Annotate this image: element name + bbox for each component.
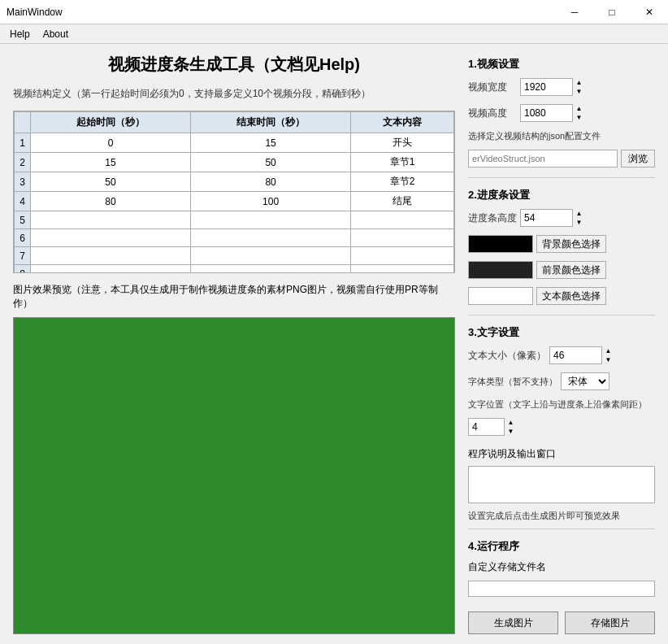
fg-color-button[interactable]: 前景颜色选择 bbox=[536, 261, 606, 279]
video-width-label: 视频宽度 bbox=[468, 80, 517, 94]
video-width-down[interactable]: ▼ bbox=[573, 87, 585, 96]
cell-text[interactable]: 章节2 bbox=[351, 172, 454, 192]
title-bar-controls: ─ □ ✕ bbox=[556, 0, 668, 24]
cell-start[interactable] bbox=[31, 247, 191, 265]
video-height-down[interactable]: ▼ bbox=[573, 113, 585, 122]
text-position-label: 文字位置（文字上沿与进度条上沿像素间距） bbox=[468, 398, 655, 411]
preview-label: 图片效果预览（注意，本工具仅生成用于制作视频进度条的素材PNG图片，视频需自行使… bbox=[13, 283, 455, 311]
fg-color-row: 前景颜色选择 bbox=[468, 261, 655, 279]
menu-bar: Help About bbox=[0, 24, 668, 44]
cell-text[interactable]: 开头 bbox=[351, 133, 454, 153]
row-num: 2 bbox=[15, 153, 31, 172]
font-type-select[interactable]: 宋体 bbox=[561, 372, 609, 390]
video-height-spinner: ▲ ▼ bbox=[520, 104, 585, 122]
cell-text[interactable] bbox=[351, 229, 454, 247]
json-label: 选择定义视频结构的json配置文件 bbox=[468, 130, 655, 142]
filename-label: 自定义存储文件名 bbox=[468, 560, 655, 574]
cell-text[interactable]: 结尾 bbox=[351, 192, 454, 211]
text-size-down[interactable]: ▼ bbox=[602, 355, 614, 364]
cell-start[interactable] bbox=[31, 229, 191, 247]
row-num: 4 bbox=[15, 192, 31, 211]
save-button[interactable]: 存储图片 bbox=[565, 611, 655, 634]
cell-text[interactable] bbox=[351, 247, 454, 265]
cell-end[interactable]: 80 bbox=[191, 172, 351, 192]
output-area bbox=[468, 466, 655, 503]
cell-text[interactable] bbox=[351, 265, 454, 274]
row-num: 6 bbox=[15, 229, 31, 247]
menu-about[interactable]: About bbox=[37, 27, 75, 41]
text-size-up[interactable]: ▲ bbox=[602, 346, 614, 355]
text-position-up[interactable]: ▲ bbox=[505, 418, 517, 427]
left-panel: 视频进度条生成工具（文档见Help) 视频结构定义（第一行起始时间必须为0，支持… bbox=[13, 54, 455, 634]
progress-section-title: 2.进度条设置 bbox=[468, 188, 655, 202]
progress-height-up[interactable]: ▲ bbox=[573, 209, 585, 218]
progress-height-spinner: ▲ ▼ bbox=[520, 209, 585, 227]
cell-end[interactable]: 15 bbox=[191, 133, 351, 153]
font-type-label: 字体类型（暂不支持） bbox=[468, 376, 557, 388]
text-color-button[interactable]: 文本颜色选择 bbox=[536, 287, 606, 305]
title-bar: MainWindow ─ □ ✕ bbox=[0, 0, 668, 24]
text-section-title: 3.文字设置 bbox=[468, 325, 655, 340]
cell-end[interactable] bbox=[191, 265, 351, 274]
json-file-input[interactable] bbox=[468, 150, 618, 168]
cell-text[interactable] bbox=[351, 211, 454, 229]
font-type-row: 字体类型（暂不支持） 宋体 bbox=[468, 372, 655, 390]
progress-height-down[interactable]: ▼ bbox=[573, 218, 585, 227]
video-height-row: 视频高度 ▲ ▼ bbox=[468, 104, 655, 122]
video-width-row: 视频宽度 ▲ ▼ bbox=[468, 78, 655, 96]
fg-color-box bbox=[468, 261, 533, 279]
table-row: 7 bbox=[15, 247, 454, 265]
cell-text[interactable]: 章节1 bbox=[351, 153, 454, 172]
row-num: 5 bbox=[15, 211, 31, 229]
minimize-button[interactable]: ─ bbox=[556, 0, 593, 24]
table-desc: 视频结构定义（第一行起始时间必须为0，支持最多定义10个视频分段，精确到秒） bbox=[13, 87, 455, 101]
json-file-row: 浏览 bbox=[468, 150, 655, 168]
cell-start[interactable]: 0 bbox=[31, 133, 191, 153]
data-table: 起始时间（秒） 结束时间（秒） 文本内容 1015开头21550章节135080… bbox=[14, 111, 454, 273]
text-position-spinner: ▲ ▼ bbox=[468, 418, 517, 436]
cell-end[interactable]: 100 bbox=[191, 192, 351, 211]
text-position-down[interactable]: ▼ bbox=[505, 427, 517, 436]
text-color-row: 文本颜色选择 bbox=[468, 287, 655, 305]
bg-color-row: 背景颜色选择 bbox=[468, 235, 655, 253]
col-start: 起始时间（秒） bbox=[31, 112, 191, 133]
cell-end[interactable] bbox=[191, 247, 351, 265]
menu-help[interactable]: Help bbox=[3, 27, 37, 41]
cell-start[interactable]: 80 bbox=[31, 192, 191, 211]
data-table-wrapper[interactable]: 起始时间（秒） 结束时间（秒） 文本内容 1015开头21550章节135080… bbox=[13, 111, 455, 273]
close-button[interactable]: ✕ bbox=[631, 0, 668, 24]
cell-end[interactable]: 50 bbox=[191, 153, 351, 172]
video-width-spinner: ▲ ▼ bbox=[520, 78, 585, 96]
title-bar-text: MainWindow bbox=[7, 7, 63, 18]
table-row: 35080章节2 bbox=[15, 172, 454, 192]
video-width-up[interactable]: ▲ bbox=[573, 78, 585, 87]
row-num: 8 bbox=[15, 265, 31, 274]
run-section-title: 4.运行程序 bbox=[468, 539, 655, 554]
bg-color-box bbox=[468, 235, 533, 253]
main-content: 视频进度条生成工具（文档见Help) 视频结构定义（第一行起始时间必须为0，支持… bbox=[0, 44, 668, 644]
output-label: 程序说明及输出窗口 bbox=[468, 447, 655, 461]
col-end: 结束时间（秒） bbox=[191, 112, 351, 133]
cell-end[interactable] bbox=[191, 229, 351, 247]
browse-button[interactable]: 浏览 bbox=[621, 150, 655, 168]
progress-height-label: 进度条高度 bbox=[468, 211, 517, 225]
maximize-button[interactable]: □ bbox=[593, 0, 631, 24]
row-num: 7 bbox=[15, 247, 31, 265]
table-row: 480100结尾 bbox=[15, 192, 454, 211]
generate-button[interactable]: 生成图片 bbox=[468, 611, 558, 634]
filename-input[interactable] bbox=[468, 581, 655, 597]
table-row: 5 bbox=[15, 211, 454, 229]
cell-end[interactable] bbox=[191, 211, 351, 229]
video-section-title: 1.视频设置 bbox=[468, 57, 655, 72]
video-height-up[interactable]: ▲ bbox=[573, 104, 585, 113]
col-num bbox=[15, 112, 31, 133]
cell-start[interactable] bbox=[31, 211, 191, 229]
text-position-row: ▲ ▼ bbox=[468, 418, 655, 436]
cell-start[interactable]: 15 bbox=[31, 153, 191, 172]
progress-height-row: 进度条高度 ▲ ▼ bbox=[468, 209, 655, 227]
text-size-spinner: ▲ ▼ bbox=[549, 346, 614, 364]
bg-color-button[interactable]: 背景颜色选择 bbox=[536, 235, 606, 253]
table-row: 21550章节1 bbox=[15, 153, 454, 172]
cell-start[interactable]: 50 bbox=[31, 172, 191, 192]
cell-start[interactable] bbox=[31, 265, 191, 274]
